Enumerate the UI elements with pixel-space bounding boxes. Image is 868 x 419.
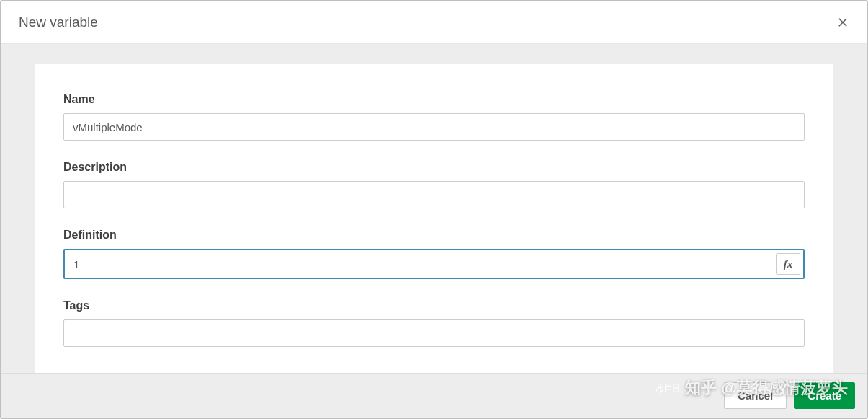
modal-footer: Cancel Create <box>1 373 867 418</box>
definition-group: Definition fx <box>63 229 805 279</box>
definition-input-wrapper: fx <box>63 249 805 279</box>
definition-input[interactable] <box>65 250 776 278</box>
cancel-button[interactable]: Cancel <box>724 382 787 409</box>
definition-label: Definition <box>63 229 805 242</box>
new-variable-modal: New variable Name Description Definition <box>0 0 868 419</box>
modal-header: New variable <box>1 1 867 44</box>
close-icon <box>836 16 849 29</box>
close-button[interactable] <box>836 16 849 29</box>
name-group: Name <box>63 93 805 141</box>
create-button[interactable]: Create <box>794 382 855 409</box>
name-input[interactable] <box>63 113 805 141</box>
name-label: Name <box>63 93 805 106</box>
modal-body: Name Description Definition fx Tags <box>1 44 867 373</box>
description-label: Description <box>63 161 805 174</box>
description-group: Description <box>63 161 805 208</box>
modal-title: New variable <box>19 14 98 30</box>
form-card: Name Description Definition fx Tags <box>35 64 833 373</box>
expression-editor-button[interactable]: fx <box>776 253 800 275</box>
tags-input[interactable] <box>63 319 805 347</box>
description-input[interactable] <box>63 181 805 208</box>
tags-label: Tags <box>63 299 805 312</box>
tags-group: Tags <box>63 299 805 347</box>
fx-icon: fx <box>784 258 793 270</box>
